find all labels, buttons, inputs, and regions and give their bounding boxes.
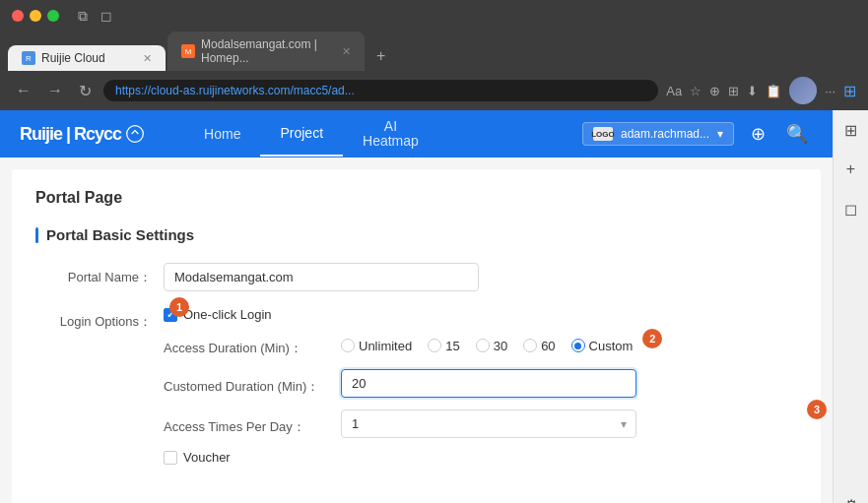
account-dropdown-icon: ▾ [717,127,723,141]
more-options-icon[interactable]: ··· [825,84,835,98]
avatar-image [789,77,817,104]
access-duration-radio-group: 2 Unlimited 15 [341,339,633,353]
tabs-bar: R Ruijie Cloud ✕ M Modalsemangat.com | H… [0,31,868,71]
tab-favicon-2: M [181,44,195,58]
logo-icon [125,124,145,144]
right-sidebar-icon-layers[interactable]: ◻ [839,197,863,220]
step-badge-1: 1 [169,297,189,317]
reader-icon[interactable]: Aa [666,84,682,98]
tab-modalsemangat[interactable]: M Modalsemangat.com | Homep... ✕ [167,31,365,71]
extensions-icon[interactable]: ⊞ [728,84,739,98]
tab-favicon-1: R [22,51,35,65]
shield-icon[interactable]: ⊕ [709,84,720,98]
address-bar: ← → ↻ Aa ☆ ⊕ ⊞ ⬇ 📋 ··· ⊞ [0,71,868,110]
address-input[interactable] [103,80,658,101]
radio-unlimited[interactable]: Unlimited [341,339,412,353]
access-times-label: Access Times Per Day： [164,412,341,436]
login-options-label: Login Options： [35,307,164,331]
section-title: Portal Basic Settings [46,226,194,243]
bookmark-icon[interactable]: ☆ [690,84,701,98]
radio-15-indicator [428,339,441,352]
one-click-login-label: One-click Login [183,307,272,322]
section-header: Portal Basic Settings [35,226,797,243]
browser-chrome: ⧉ ◻ R Ruijie Cloud ✕ M Modalsemangat.com… [0,0,868,110]
download-icon[interactable]: ⬇ [747,84,758,98]
section-bar [35,227,38,243]
account-name: adam.rachmad... [621,127,709,141]
voucher-checkbox[interactable] [164,451,177,465]
radio-60-label: 60 [541,339,555,353]
tab-close-2[interactable]: ✕ [342,45,351,58]
forward-button[interactable]: → [43,80,67,101]
refresh-button[interactable]: ↻ [75,80,96,102]
new-window-icon[interactable]: ⧉ [75,8,91,24]
svg-point-0 [127,126,144,143]
right-sidebar-bottom: ⚙ [839,493,863,503]
close-button[interactable] [12,10,24,22]
clipboard-icon[interactable]: 📋 [766,84,781,98]
app-container: Ruijie | Rcycc Home Project AI Heatmap [0,110,868,503]
radio-60[interactable]: 60 [523,339,555,353]
page-card: Portal Page Portal Basic Settings Portal… [12,169,821,503]
right-sidebar: ⊞ + ◻ ⚙ [833,110,868,503]
nav-ai-heatmap[interactable]: AI Heatmap [343,111,438,157]
radio-unlimited-label: Unlimited [359,339,412,353]
right-sidebar-icon-list[interactable]: + [839,157,863,181]
login-options-row: Login Options： 1 One-click Login [35,307,797,476]
access-times-select-wrapper: 1 2 3 ▾ [341,409,636,438]
top-navigation: Ruijie | Rcycc Home Project AI Heatmap [0,110,833,157]
custom-duration-row: Customed Duration (Min)： [164,369,797,398]
sub-form: Access Duration (Min)： 2 Unlimited [164,334,797,465]
back-button[interactable]: ← [12,80,35,101]
one-click-login-row: 1 One-click Login [164,307,797,322]
title-bar: ⧉ ◻ [0,0,868,31]
user-avatar[interactable] [789,77,817,104]
nav-project[interactable]: Project [260,111,343,157]
access-times-row: Access Times Per Day： 3 1 2 3 ▾ [164,409,797,438]
portal-name-input[interactable] [164,263,479,291]
access-times-select[interactable]: 1 2 3 [341,409,636,438]
voucher-label: Voucher [183,450,231,465]
address-icons: Aa ☆ ⊕ ⊞ ⬇ 📋 [666,84,781,98]
voucher-row: Voucher [164,450,797,465]
extension-icon-blue[interactable]: ⊞ [843,82,856,100]
radio-custom-label: Custom [589,339,634,353]
traffic-lights [12,10,59,22]
logo-area: Ruijie | Rcycc [20,124,145,145]
portal-name-label: Portal Name： [35,263,164,286]
access-duration-label: Access Duration (Min)： [164,334,341,357]
radio-15[interactable]: 15 [428,339,459,353]
tab-close-1[interactable]: ✕ [143,52,152,65]
page-title: Portal Page [35,189,797,207]
tab-ruijie-cloud[interactable]: R Ruijie Cloud ✕ [8,45,166,71]
add-button[interactable]: ⊕ [742,118,773,150]
minimize-button[interactable] [30,10,41,22]
custom-duration-label: Customed Duration (Min)： [164,372,341,396]
radio-custom-indicator [571,339,585,352]
step-badge-3: 3 [807,400,827,419]
logo-text: Ruijie | Rcycc [20,124,121,145]
radio-15-label: 15 [445,339,459,353]
search-button[interactable]: 🔍 [781,118,813,150]
right-sidebar-icon-settings[interactable]: ⚙ [839,493,863,503]
account-logo: LOGO [593,127,613,141]
page-content: Portal Page Portal Basic Settings Portal… [0,157,833,503]
portal-name-control [164,263,797,291]
account-button[interactable]: LOGO adam.rachmad... ▾ [582,122,734,146]
new-tab-button[interactable]: + [367,41,395,71]
radio-custom[interactable]: Custom [571,339,634,353]
access-duration-row: Access Duration (Min)： 2 Unlimited [164,334,797,357]
maximize-button[interactable] [47,10,59,22]
custom-duration-input[interactable] [341,369,636,398]
tab-label-2: Modalsemangat.com | Homep... [201,37,336,65]
login-options-control: 1 One-click Login Access Duration (Min)： [164,307,797,476]
right-sidebar-icon-grid[interactable]: ⊞ [839,118,863,142]
nav-home[interactable]: Home [184,112,260,156]
browser-window-icons: ⧉ ◻ [75,8,114,24]
radio-30[interactable]: 30 [476,339,507,353]
nav-items: Home Project AI Heatmap [184,111,438,157]
radio-unlimited-indicator [341,339,355,352]
tab-label-1: Ruijie Cloud [41,51,105,65]
radio-60-indicator [523,339,537,352]
tab-overview-icon[interactable]: ◻ [99,8,114,24]
